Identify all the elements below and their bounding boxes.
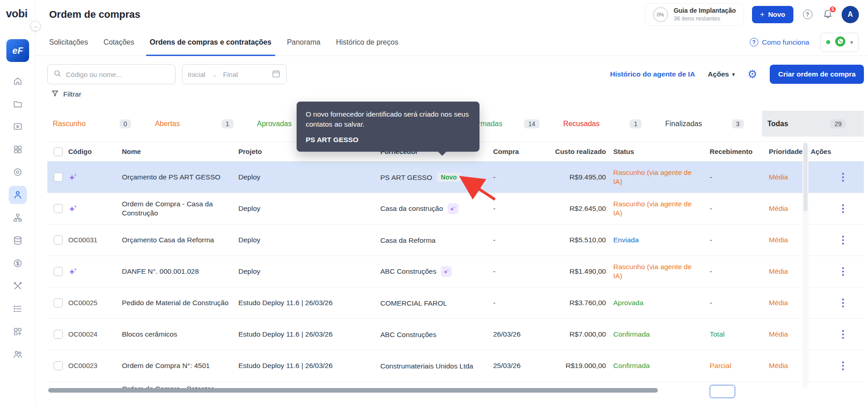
sidebar-item-data[interactable] xyxy=(9,231,27,250)
hierarchy-icon xyxy=(13,213,23,223)
filter-button[interactable]: Filtrar xyxy=(51,89,81,99)
status-label: Rascunho (via agente de IA) xyxy=(613,263,691,280)
status-tab-rascunho[interactable]: Rascunho0 xyxy=(47,111,149,137)
table-row[interactable]: OC00031Orçamento Casa da ReformaDeployCa… xyxy=(47,225,864,256)
sidebar-nav xyxy=(0,72,35,363)
table-row[interactable]: OC00024Blocos cerâmicosEstudo Deploy 11.… xyxy=(47,319,864,350)
table-body: Orçamento de PS ART GESSODeployPS ART GE… xyxy=(47,162,864,404)
gear-icon[interactable]: ⚙ xyxy=(747,69,757,80)
table-row[interactable]: DANFE N°. 000.001.028DeployABC Construçõ… xyxy=(47,256,864,287)
sidebar-item-ai-agent[interactable] xyxy=(9,186,27,204)
priority-label: Média xyxy=(769,330,788,338)
priority-label: Média xyxy=(769,173,788,181)
status-tab-finalizadas[interactable]: Finalizadas3 xyxy=(660,111,762,137)
sidebar-item-media[interactable] xyxy=(9,118,27,136)
select-all-checkbox[interactable] xyxy=(54,147,63,156)
novo-badge: Novo xyxy=(437,173,461,182)
row-actions-kebab[interactable]: ⋮ xyxy=(838,297,848,308)
search-input[interactable] xyxy=(66,71,170,78)
create-order-button[interactable]: Criar ordem de compra xyxy=(770,65,864,84)
sidebar-item-finance[interactable] xyxy=(9,254,27,272)
new-button[interactable]: + Novo xyxy=(752,6,793,23)
notifications-badge: 5 xyxy=(829,5,837,13)
user-avatar[interactable]: A xyxy=(842,6,859,23)
help-button[interactable]: ? xyxy=(802,9,813,20)
date-end-placeholder: Final xyxy=(223,71,238,78)
order-cost xyxy=(550,382,612,384)
table-row[interactable]: OC00025Pedido de Material de ConstruçãoE… xyxy=(47,287,864,319)
sidebar-item-apps[interactable] xyxy=(9,322,27,341)
order-supplier: Construmateriais Unidos Ltda xyxy=(379,361,492,371)
sidebar-item-projects[interactable] xyxy=(9,95,27,113)
sidebar: vobi eF xyxy=(0,0,35,404)
online-status-dot xyxy=(826,40,830,44)
table-row[interactable]: Ordem de Compra - Casa da ConstruçãoDepl… xyxy=(47,193,864,225)
status-tab-abertas[interactable]: Abertas1 xyxy=(149,111,251,137)
status-tab-recusadas[interactable]: Recusadas1 xyxy=(558,111,660,137)
sidebar-item-tools[interactable] xyxy=(9,277,27,295)
status-tab-todas[interactable]: Todas29 xyxy=(762,111,864,137)
sidebar-item-home[interactable] xyxy=(9,72,27,90)
row-checkbox[interactable] xyxy=(54,267,63,276)
actions-dropdown[interactable]: Ações ▾ xyxy=(708,70,735,78)
order-supplier: Casa da construção xyxy=(379,203,492,214)
lists-icon xyxy=(13,304,23,314)
horizontal-scrollbar-thumb[interactable] xyxy=(48,388,658,393)
row-actions-kebab[interactable]: ⋮ xyxy=(838,203,848,214)
notifications-button[interactable]: 5 xyxy=(822,9,833,20)
vertical-scrollbar[interactable] xyxy=(802,142,808,388)
sidebar-item-hierarchy[interactable] xyxy=(9,209,27,227)
sidebar-item-explore[interactable] xyxy=(9,163,27,181)
order-name: Orçamento de PS ART GESSO xyxy=(121,173,237,182)
implementation-guide-card[interactable]: 0% Guia de Implantação 36 itens restante… xyxy=(645,3,744,26)
column-header-custo-realizado: Custo realizado xyxy=(550,148,612,155)
supplier-ai-icon xyxy=(448,203,459,214)
order-cost: R$7.000,00 xyxy=(550,330,612,339)
row-actions-kebab[interactable]: ⋮ xyxy=(838,360,848,371)
row-actions-kebab[interactable]: ⋮ xyxy=(838,328,848,340)
sidebar-item-modules[interactable] xyxy=(9,140,27,159)
help-icon: ? xyxy=(803,10,812,19)
app-window: vobi eF → Ordem de compras 0% Guia de Im… xyxy=(0,0,868,404)
order-project: Deploy xyxy=(237,267,379,276)
how-it-works-link[interactable]: ? Como funciona xyxy=(750,38,809,46)
row-actions-kebab[interactable]: ⋮ xyxy=(838,234,848,245)
row-checkbox[interactable] xyxy=(54,298,63,307)
row-actions-kebab[interactable]: ⋮ xyxy=(838,171,848,183)
row-actions-kebab[interactable]: ⋮ xyxy=(838,266,848,277)
tooltip-supplier-name: PS ART GESSO xyxy=(306,136,470,144)
company-avatar[interactable]: eF xyxy=(6,39,29,62)
vobi-logo: vobi xyxy=(6,7,27,20)
order-supplier xyxy=(379,382,492,384)
row-checkbox[interactable] xyxy=(54,235,63,245)
date-range-picker[interactable]: Inicial → Final xyxy=(182,64,287,84)
guide-title: Guia de Implantação xyxy=(674,7,736,14)
tab-ordens-de-compras-e-contratacoes[interactable]: Ordens de compras e contratações xyxy=(150,29,272,56)
order-project: Deploy xyxy=(237,173,379,182)
whatsapp-status-dropdown[interactable]: ▾ xyxy=(820,33,859,52)
status-label: Confirmada xyxy=(613,330,650,338)
order-supplier: ABC Construções xyxy=(379,266,492,277)
sidebar-item-team[interactable] xyxy=(9,345,27,363)
funnel-icon xyxy=(51,89,59,99)
tab-historico-de-precos[interactable]: Histórico de preços xyxy=(336,29,398,56)
column-header-recebimento: Recebimento xyxy=(709,148,768,155)
row-checkbox[interactable] xyxy=(54,204,63,213)
ai-sparkle-icon xyxy=(68,204,115,214)
row-checkbox[interactable] xyxy=(54,330,63,339)
priority-label: Média xyxy=(769,299,788,307)
table-row[interactable]: Orçamento de PS ART GESSODeployPS ART GE… xyxy=(47,162,864,193)
order-cost: R$19.000,00 xyxy=(550,361,612,370)
ai-agent-history-link[interactable]: Histórico do agente de IA xyxy=(610,70,695,78)
tab-panorama[interactable]: Panorama xyxy=(287,29,321,56)
tab-cotacoes[interactable]: Cotações xyxy=(103,29,134,56)
order-project: Deploy xyxy=(237,204,379,213)
row-checkbox[interactable] xyxy=(54,173,63,182)
chevron-down-icon: ▾ xyxy=(850,39,853,46)
row-checkbox[interactable] xyxy=(54,361,63,370)
guide-subtitle: 36 itens restantes xyxy=(674,15,736,22)
tab-solicitacoes[interactable]: Solicitações xyxy=(49,29,88,56)
sidebar-expand-button[interactable]: → xyxy=(30,21,40,31)
sidebar-item-lists[interactable] xyxy=(9,300,27,318)
table-row[interactable]: OC00023Ordem de Compra N°: 4501Estudo De… xyxy=(47,350,864,382)
